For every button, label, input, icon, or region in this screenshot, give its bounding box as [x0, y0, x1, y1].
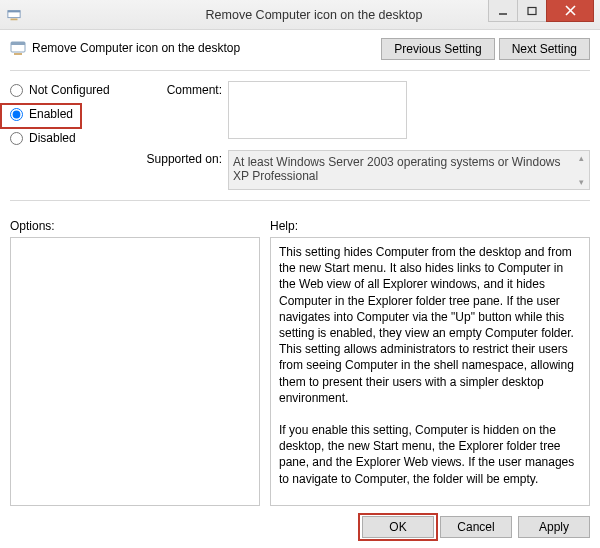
- policy-icon: [10, 40, 26, 56]
- svg-rect-2: [11, 18, 18, 20]
- radio-enabled-label: Enabled: [29, 107, 73, 121]
- previous-setting-button[interactable]: Previous Setting: [381, 38, 494, 60]
- radio-enabled-input[interactable]: [10, 108, 23, 121]
- titlebar: Remove Computer icon on the desktop: [0, 0, 600, 30]
- maximize-button[interactable]: [517, 0, 547, 22]
- ok-button[interactable]: OK: [362, 516, 434, 538]
- svg-rect-1: [8, 10, 20, 12]
- comment-input[interactable]: [228, 81, 407, 139]
- state-radios: Not Configured Enabled Disabled: [10, 81, 128, 190]
- radio-disabled-input[interactable]: [10, 132, 23, 145]
- radio-not-configured-input[interactable]: [10, 84, 23, 97]
- svg-rect-8: [11, 42, 25, 45]
- close-button[interactable]: [546, 0, 594, 22]
- apply-button[interactable]: Apply: [518, 516, 590, 538]
- radio-not-configured-label: Not Configured: [29, 83, 110, 97]
- supported-scrollbar: ▴ ▾: [574, 151, 589, 189]
- options-label: Options:: [10, 219, 260, 233]
- radio-disabled-label: Disabled: [29, 131, 76, 145]
- svg-rect-9: [14, 53, 22, 55]
- help-text[interactable]: This setting hides Computer from the des…: [270, 237, 590, 506]
- policy-title: Remove Computer icon on the desktop: [32, 41, 240, 55]
- radio-not-configured[interactable]: Not Configured: [10, 83, 128, 97]
- options-panel: [10, 237, 260, 506]
- radio-enabled[interactable]: Enabled: [10, 107, 128, 121]
- scroll-up-icon: ▴: [574, 151, 589, 165]
- help-label: Help:: [270, 219, 590, 233]
- cancel-button[interactable]: Cancel: [440, 516, 512, 538]
- supported-on-text: At least Windows Server 2003 operating s…: [233, 155, 560, 183]
- divider: [10, 200, 590, 201]
- window-icon: [0, 8, 28, 22]
- scroll-down-icon: ▾: [574, 175, 589, 189]
- divider: [10, 70, 590, 71]
- supported-label: Supported on:: [134, 150, 222, 190]
- supported-on-box: At least Windows Server 2003 operating s…: [228, 150, 590, 190]
- minimize-button[interactable]: [488, 0, 518, 22]
- next-setting-button[interactable]: Next Setting: [499, 38, 590, 60]
- svg-rect-4: [528, 7, 536, 14]
- comment-label: Comment:: [134, 81, 222, 142]
- radio-disabled[interactable]: Disabled: [10, 131, 128, 145]
